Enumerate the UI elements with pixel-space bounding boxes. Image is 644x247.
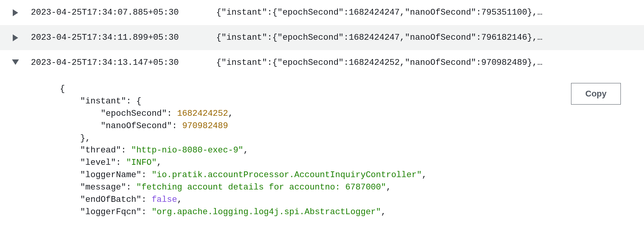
expand-right-icon[interactable]: [13, 9, 18, 16]
json-punct: ,: [177, 195, 182, 205]
json-number: 970982489: [182, 121, 228, 131]
json-punct: :: [141, 170, 151, 180]
expand-cell: [0, 33, 31, 41]
log-message-summary: {"instant":{"epochSecond":1682424252,"na…: [216, 58, 644, 68]
log-message-summary: {"instant":{"epochSecond":1682424247,"na…: [216, 8, 644, 17]
log-expanded-content: Copy { "instant": { "epochSecond": 16824…: [0, 75, 644, 218]
json-punct: },: [80, 134, 90, 143]
copy-button[interactable]: Copy: [571, 83, 621, 105]
json-punct: ,: [157, 158, 162, 167]
json-key: "message": [80, 183, 126, 192]
json-punct: :: [121, 145, 131, 155]
json-punct: :: [126, 183, 136, 192]
json-string: "http-nio-8080-exec-9": [131, 145, 243, 155]
log-row: 2023-04-25T17:34:13.147+05:30 {"instant"…: [0, 50, 644, 75]
json-punct: : {: [126, 96, 142, 106]
log-timestamp: 2023-04-25T17:34:11.899+05:30: [31, 33, 216, 42]
json-boolean: false: [152, 195, 177, 205]
json-string: "fetching account details for accountno:…: [136, 183, 386, 192]
json-number: 1682424252: [177, 109, 228, 118]
json-punct: :: [141, 195, 151, 205]
json-punct: :: [116, 158, 126, 167]
json-punct: :: [167, 109, 177, 118]
json-brace: {: [60, 84, 65, 94]
json-key: "level": [80, 158, 116, 167]
log-row: 2023-04-25T17:34:11.899+05:30 {"instant"…: [0, 25, 644, 50]
expand-down-icon[interactable]: [12, 59, 19, 65]
json-punct: :: [172, 121, 182, 131]
json-key: "thread": [80, 145, 121, 155]
json-key: "epochSecond": [101, 109, 167, 118]
expand-right-icon[interactable]: [13, 34, 18, 41]
json-key: "loggerFqcn": [80, 207, 141, 217]
log-message-summary: {"instant":{"epochSecond":1682424247,"na…: [216, 33, 644, 42]
json-detail: { "instant": { "epochSecond": 1682424252…: [60, 83, 644, 218]
log-timestamp: 2023-04-25T17:34:13.147+05:30: [31, 58, 216, 68]
expand-cell: [0, 8, 31, 16]
json-string: "org.apache.logging.log4j.spi.AbstractLo…: [152, 207, 381, 217]
json-key: "loggerName": [80, 170, 141, 180]
log-timestamp: 2023-04-25T17:34:07.885+05:30: [31, 8, 216, 17]
log-row: 2023-04-25T17:34:07.885+05:30 {"instant"…: [0, 0, 644, 25]
expand-cell: [0, 58, 31, 65]
json-punct: ,: [381, 207, 386, 217]
json-punct: :: [141, 207, 151, 217]
json-punct: ,: [228, 109, 233, 118]
json-key: "instant": [80, 96, 126, 106]
json-key: "endOfBatch": [80, 195, 141, 205]
json-punct: ,: [243, 145, 248, 155]
json-punct: ,: [386, 183, 391, 192]
json-punct: ,: [422, 170, 427, 180]
json-string: "io.pratik.accountProcessor.AccountInqui…: [152, 170, 422, 180]
json-string: "INFO": [126, 158, 157, 167]
json-key: "nanoOfSecond": [101, 121, 172, 131]
